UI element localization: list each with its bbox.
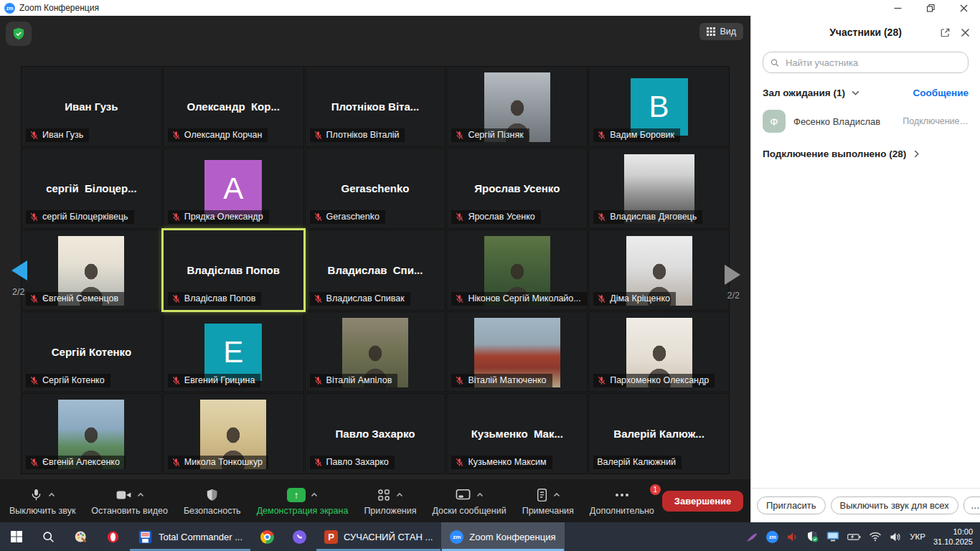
participant-name-text: Иван Гузь [42, 130, 83, 140]
participant-name-label: Валерій Калюжний [593, 456, 682, 469]
participant-tile[interactable]: Віталій Матюченко [447, 312, 587, 392]
battery-icon[interactable] [847, 532, 861, 542]
taskbar-taskbar-search[interactable] [32, 522, 65, 551]
taskbar-paint[interactable] [65, 522, 97, 551]
taskbar-zoom[interactable]: zmZoom Конференция [441, 522, 564, 551]
chevron-up-icon[interactable] [48, 492, 55, 497]
toolbar-button-label: Примечания [522, 506, 574, 516]
participant-tile[interactable]: Микола Тонкошкур [164, 394, 303, 474]
muted-mic-icon [171, 131, 181, 140]
participants-panel: Участники (28) Зал ожидания (1) Сообщени… [750, 16, 980, 522]
system-tray: zmУКР 10:00 31.10.2025 [745, 522, 980, 551]
toolbar-share-screen-button[interactable]: ↑Демонстрация экрана [249, 479, 357, 522]
restore-button[interactable] [914, 0, 947, 16]
minimize-button[interactable] [881, 0, 914, 16]
toolbar-whiteboard-button[interactable]: Доски сообщений [425, 479, 514, 522]
chevron-up-icon[interactable] [396, 492, 403, 497]
end-meeting-button[interactable]: Завершение [662, 491, 744, 512]
taskbar-clock[interactable]: 10:00 31.10.2025 [933, 527, 973, 547]
toolbar-more-button[interactable]: Дополнительно1 [582, 479, 662, 522]
participant-tile[interactable]: Олександр Кор...Олександр Корчан [164, 67, 303, 146]
participant-tile[interactable]: Пархоменко Олександр [589, 312, 729, 392]
participant-tile[interactable]: Владислав Дяговець [589, 149, 729, 228]
participant-tile[interactable]: ЕЕвгений Грицина [164, 312, 303, 392]
participant-tile[interactable]: Владислав Спи...Владислав Спивак [306, 230, 446, 310]
chrome-icon [260, 530, 274, 544]
video-grid: Иван ГузьИван ГузьОлександр Кор...Олекса… [22, 67, 729, 474]
participant-display-name: Кузьменко Мак... [471, 428, 563, 440]
muted-mic-icon [455, 458, 464, 467]
participant-tile[interactable]: Иван ГузьИван Гузь [22, 67, 161, 146]
taskbar-app-label: Total Commander ... [159, 532, 242, 542]
participant-tile[interactable]: Сергій Пізняк [447, 67, 587, 146]
muted-mic-icon [29, 458, 39, 467]
participant-name-text: Сергій Пізняк [468, 130, 523, 140]
more-options-button[interactable]: … [963, 496, 980, 514]
participant-tile[interactable]: Ніконов Сергій Миколайо... [447, 230, 587, 310]
participant-display-name: Geraschenko [341, 182, 409, 194]
participant-tile[interactable]: Кузьменко Мак...Кузьменко Максим [447, 394, 587, 474]
message-link[interactable]: Сообщение [913, 88, 969, 98]
view-button[interactable]: Вид [699, 23, 743, 40]
participant-tile[interactable]: АПрядка Олександр [164, 149, 303, 228]
toolbar-apps-button[interactable]: Приложения [356, 479, 424, 522]
participant-tile[interactable]: ВВадим Боровик [589, 67, 729, 146]
participant-name-label: Діма Кріщенко [593, 292, 676, 306]
taskbar-opera[interactable] [97, 522, 129, 551]
chevron-up-icon[interactable] [137, 492, 144, 497]
meeting-info-button[interactable] [6, 22, 32, 46]
joined-section-row[interactable]: Подключение выполнено (28) [763, 149, 969, 159]
taskbar-start[interactable] [0, 522, 32, 551]
participant-name-text: Віталій Матюченко [468, 375, 546, 385]
toolbar-button-label: Приложения [364, 506, 416, 516]
language-indicator[interactable]: УКР [910, 532, 925, 541]
taskbar-total-commander[interactable]: Total Commander ... [129, 522, 251, 551]
participant-name-text: Микола Тонкошкур [184, 457, 263, 467]
toolbar-button-label: Дополнительно [590, 506, 654, 516]
participant-search-input[interactable] [784, 57, 961, 69]
taskbar-powerpoint[interactable]: PСУЧАСНИЙ СТАН ... [316, 522, 441, 551]
close-panel-icon[interactable] [961, 28, 970, 37]
participant-tile-active-speaker[interactable]: Владіслав ПоповВладіслав Попов [164, 230, 303, 310]
waiting-participant-row[interactable]: Ф Фесенко Владислав Подключение… [763, 110, 969, 133]
participant-tile[interactable]: Віталій Ампілов [306, 312, 446, 392]
participant-tile[interactable]: Павло ЗахаркоПавло Захарко [306, 394, 446, 474]
waiting-room-row[interactable]: Зал ожидания (1) Сообщение [763, 88, 969, 98]
participant-display-name: Сергій Котенко [52, 346, 131, 358]
audio-muted-icon[interactable] [786, 531, 798, 543]
participant-tile[interactable]: Сергій КотенкоСергій Котенко [22, 312, 161, 392]
volume-icon[interactable] [890, 532, 902, 542]
taskbar-viber[interactable] [283, 522, 316, 551]
pen-icon[interactable] [745, 530, 758, 543]
participant-tile[interactable]: Діма Кріщенко [589, 230, 729, 310]
participant-tile[interactable]: Ярослав УсенкоЯрослав Усенко [447, 149, 587, 228]
previous-page-arrow[interactable] [11, 260, 27, 281]
participant-tile[interactable]: сергій Білоцер...сергій Білоцерківець [22, 149, 161, 228]
participant-tile[interactable]: Євгеній Семенцов [22, 230, 161, 310]
wifi-icon[interactable] [869, 532, 882, 542]
popout-icon[interactable] [940, 27, 951, 38]
participant-name-text: Geraschenko [326, 212, 380, 222]
chevron-up-icon[interactable] [553, 492, 560, 497]
invite-button[interactable]: Пригласить [757, 496, 826, 514]
muted-mic-icon [455, 212, 464, 222]
zoom-tray-icon[interactable]: zm [766, 531, 778, 543]
participant-tile[interactable]: Плотніков Віта...Плотніков Віталій [306, 67, 446, 146]
defender-icon[interactable] [806, 530, 819, 543]
toolbar-camera-button[interactable]: Остановить видео [83, 479, 176, 522]
participant-tile[interactable]: GeraschenkoGeraschenko [306, 149, 446, 228]
toolbar-notes-button[interactable]: Примечания [514, 479, 582, 522]
muted-mic-icon [597, 376, 606, 385]
chevron-up-icon[interactable] [476, 492, 484, 497]
close-button[interactable] [947, 0, 980, 16]
chevron-up-icon[interactable] [311, 492, 318, 497]
toolbar-microphone-button[interactable]: Выключить звук [1, 479, 83, 522]
display-icon[interactable] [826, 531, 839, 542]
participant-tile[interactable]: Євгеній Алексенко [22, 394, 161, 474]
next-page-arrow[interactable] [725, 265, 740, 285]
taskbar-chrome[interactable] [251, 522, 283, 551]
participant-name-text: Вадим Боровик [610, 130, 674, 140]
mute-all-button[interactable]: Выключить звук для всех [831, 496, 958, 514]
toolbar-security-shield-button[interactable]: Безопасность [176, 479, 249, 522]
participant-tile[interactable]: Валерій Калюж...Валерій Калюжний [589, 394, 729, 474]
